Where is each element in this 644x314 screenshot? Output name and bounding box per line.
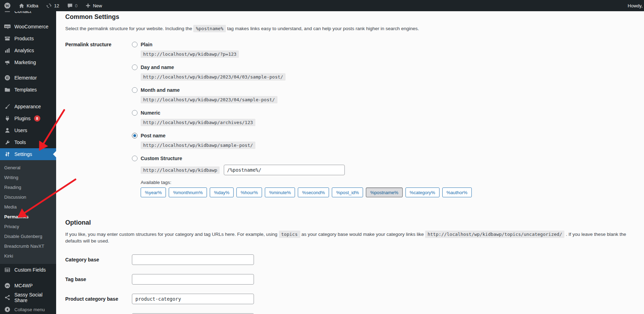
submenu-item-writing[interactable]: Writing — [0, 173, 56, 183]
sidebar-item-woocommerce[interactable]: WOO WooCommerce — [0, 21, 56, 33]
custom-structure-url-prefix: http://localhost/wp/kidbawp — [141, 166, 220, 174]
numeric-label[interactable]: Numeric — [141, 110, 160, 116]
month-and-name-radio[interactable] — [132, 87, 137, 93]
tag-button-post-id[interactable]: %post_id% — [332, 187, 363, 197]
tag-button-second[interactable]: %second% — [298, 187, 329, 197]
tag-button-monthnum[interactable]: %monthnum% — [169, 187, 207, 197]
mc4wp-icon — [4, 282, 11, 289]
plain-radio[interactable] — [132, 42, 137, 47]
tag-button-category[interactable]: %category% — [405, 187, 440, 197]
tag-button-day[interactable]: %day% — [210, 187, 234, 197]
sidebar-item-plugins[interactable]: Plugins 8 — [0, 112, 56, 124]
tag-button-minute[interactable]: %minute% — [265, 187, 295, 197]
tag-button-hour[interactable]: %hour% — [236, 187, 262, 197]
plain-label[interactable]: Plain — [141, 42, 152, 47]
plus-icon — [85, 3, 91, 8]
custom-structure-label[interactable]: Custom Structure — [141, 156, 182, 161]
sidebar-item-label: Sassy Social Share — [14, 292, 53, 303]
howdy-menu[interactable]: Howdy, — [628, 3, 644, 8]
admin-sidebar: Contact WOO WooCommerce Products — [0, 11, 56, 314]
menu-separator — [0, 276, 56, 280]
post-name-example-url: http://localhost/wp/kidbawp/sample-post/ — [141, 142, 255, 149]
sidebar-item-templates[interactable]: Templates — [0, 84, 56, 96]
tag-button-postname[interactable]: %postname% — [366, 187, 402, 197]
description-text: tag makes links easy to understand, and … — [227, 26, 419, 31]
sidebar-item-tools[interactable]: Tools — [0, 136, 56, 148]
comments-menu[interactable]: 0 — [63, 0, 81, 11]
comments-count: 0 — [75, 3, 78, 8]
product-category-base-label: Product category base — [65, 296, 132, 302]
tag-button-year[interactable]: %year% — [141, 187, 166, 197]
category-base-row: Category base — [65, 254, 636, 265]
post-name-label[interactable]: Post name — [141, 133, 166, 138]
new-menu[interactable]: New — [81, 0, 106, 11]
option-month-and-name: Month and name http://localhost/wp/kidba… — [132, 87, 472, 103]
numeric-radio[interactable] — [132, 110, 137, 116]
tag-base-input[interactable] — [132, 274, 254, 285]
permalink-structure-label: Permalink structure — [65, 41, 132, 203]
custom-structure-radio[interactable] — [132, 156, 137, 161]
settings-sliders-icon — [4, 151, 11, 158]
day-and-name-example-url: http://localhost/wp/kidbawp/2023/04/03/s… — [141, 73, 286, 81]
submenu-item-privacy[interactable]: Privacy — [0, 222, 56, 232]
comment-bubble-icon — [67, 3, 73, 9]
permalink-options: Plain http://localhost/wp/kidbawp/?p=123… — [132, 41, 472, 203]
postname-inline-code: %postname% — [193, 25, 226, 32]
submenu-item-disable-gutenberg[interactable]: Disable Gutenberg — [0, 232, 56, 241]
sidebar-item-sassy-social-share[interactable]: Sassy Social Share — [0, 292, 56, 303]
settings-submenu: General Writing Reading Discussion Media… — [0, 160, 56, 264]
option-numeric: Numeric http://localhost/wp/kidbawp/arch… — [132, 109, 472, 126]
user-icon — [4, 127, 11, 134]
woocommerce-icon: WOO — [4, 23, 11, 30]
sidebar-item-products[interactable]: Products — [0, 33, 56, 45]
submenu-item-discussion[interactable]: Discussion — [0, 192, 56, 202]
bar-chart-icon — [4, 47, 11, 54]
sidebar-item-elementor[interactable]: Elementor — [0, 72, 56, 84]
submenu-item-general[interactable]: General — [0, 163, 56, 173]
tag-button-author[interactable]: %author% — [442, 187, 472, 197]
submenu-item-kirki[interactable]: Kirki — [0, 251, 56, 261]
sidebar-item-mc4wp[interactable]: MC4WP — [0, 280, 56, 292]
updates-menu[interactable]: 12 — [42, 0, 63, 11]
sidebar-item-marketing[interactable]: Marketing — [0, 56, 56, 68]
sidebar-item-custom-fields[interactable]: Custom Fields — [0, 264, 56, 276]
site-name-menu[interactable]: Kidba — [15, 0, 42, 11]
admin-bar: W Kidba 12 0 New Howd — [0, 0, 644, 11]
wrench-icon — [4, 139, 11, 146]
submenu-item-breadcrumb-navxt[interactable]: Breadcrumb NavXT — [0, 241, 56, 251]
product-category-base-input[interactable] — [132, 294, 254, 304]
new-label: New — [93, 3, 102, 8]
sidebar-item-users[interactable]: Users — [0, 124, 56, 136]
wordpress-logo-icon[interactable]: W — [0, 0, 15, 11]
sidebar-item-appearance[interactable]: Appearance — [0, 101, 56, 112]
numeric-example-url: http://localhost/wp/kidbawp/archives/123 — [141, 119, 255, 126]
optional-title: Optional — [65, 219, 636, 226]
option-day-and-name: Day and name http://localhost/wp/kidbawp… — [132, 64, 472, 81]
option-post-name: Post name http://localhost/wp/kidbawp/sa… — [132, 132, 472, 149]
day-and-name-radio[interactable] — [132, 64, 137, 70]
collapse-menu-button[interactable]: Collapse menu — [0, 303, 56, 314]
sidebar-item-contact[interactable]: Contact — [0, 11, 56, 17]
common-settings-description: Select the permalink structure for your … — [65, 25, 636, 32]
category-base-label: Category base — [65, 257, 132, 262]
sidebar-item-label: Users — [14, 128, 27, 133]
plugins-update-badge: 8 — [34, 115, 40, 122]
custom-structure-input[interactable] — [224, 165, 345, 175]
month-and-name-label[interactable]: Month and name — [141, 87, 180, 93]
post-name-radio[interactable] — [132, 133, 137, 138]
submenu-item-media[interactable]: Media — [0, 202, 56, 212]
optional-fields: Category base Tag base Product category … — [65, 254, 636, 314]
description-text: Select the permalink structure for your … — [65, 26, 192, 31]
category-base-input[interactable] — [132, 254, 254, 265]
wordpress-admin-screen: W Kidba 12 0 New Howd — [0, 0, 644, 314]
sidebar-item-settings[interactable]: Settings — [0, 148, 56, 160]
sidebar-item-analytics[interactable]: Analytics — [0, 45, 56, 56]
sidebar-item-label: Plugins — [14, 116, 31, 121]
submenu-item-reading[interactable]: Reading — [0, 183, 56, 192]
plain-example-url: http://localhost/wp/kidbawp/?p=123 — [141, 50, 239, 58]
sidebar-item-label: Appearance — [14, 104, 41, 109]
day-and-name-label[interactable]: Day and name — [141, 64, 174, 70]
menu-separator — [0, 17, 56, 21]
topics-inline-code: topics — [279, 231, 300, 238]
submenu-item-permalinks[interactable]: Permalinks — [0, 212, 56, 222]
